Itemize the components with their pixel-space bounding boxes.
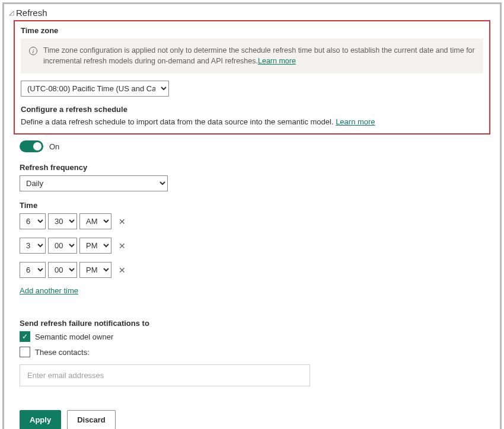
contacts-checkbox-label: These contacts: [35,348,90,357]
time-label: Time [20,201,484,210]
schedule-toggle[interactable] [20,140,43,152]
info-text: Time zone configuration is applied not o… [43,46,475,66]
time-row: 3 00 PM ✕ [20,238,484,254]
info-icon: i [29,47,37,55]
timezone-select[interactable]: (UTC-08:00) Pacific Time (US and Can [21,81,169,97]
frequency-select[interactable]: Daily [20,175,168,191]
time-row: 6 00 PM ✕ [20,262,484,278]
hour-select[interactable]: 3 [20,238,46,254]
section-header[interactable]: ◿ Refresh [4,4,500,20]
contacts-checkbox[interactable] [20,347,30,357]
remove-time-icon[interactable]: ✕ [116,241,128,251]
remove-time-icon[interactable]: ✕ [116,217,128,226]
ampm-select[interactable]: AM [79,213,111,229]
highlighted-region: Time zone i Time zone configuration is a… [14,20,490,135]
section-title: Refresh [16,8,47,18]
timezone-heading: Time zone [21,26,483,35]
remove-time-icon[interactable]: ✕ [116,265,128,275]
apply-button[interactable]: Apply [20,410,61,429]
collapse-icon: ◿ [9,9,14,17]
hour-select[interactable]: 6 [20,262,46,278]
minute-select[interactable]: 00 [48,238,77,254]
notifications-heading: Send refresh failure notifications to [20,319,484,328]
ampm-select[interactable]: PM [79,238,111,254]
add-another-time-link[interactable]: Add another time [20,286,78,295]
email-input[interactable] [20,364,310,386]
hour-select[interactable]: 6 [20,213,46,229]
schedule-desc: Define a data refresh schedule to import… [21,117,483,126]
checkmark-icon: ✓ [22,332,28,341]
owner-checkbox-label: Semantic model owner [35,332,113,341]
timezone-learn-more-link[interactable]: Learn more [258,57,296,65]
owner-checkbox[interactable]: ✓ [20,331,30,342]
minute-select[interactable]: 30 [48,213,77,229]
schedule-learn-more-link[interactable]: Learn more [336,117,375,126]
minute-select[interactable]: 00 [48,262,77,278]
discard-button[interactable]: Discard [67,410,116,429]
schedule-heading: Configure a refresh schedule [21,105,483,114]
time-row: 6 30 AM ✕ [20,213,484,229]
frequency-label: Refresh frequency [20,163,484,172]
info-banner: i Time zone configuration is applied not… [21,39,483,73]
toggle-label: On [49,142,59,151]
ampm-select[interactable]: PM [79,262,111,278]
